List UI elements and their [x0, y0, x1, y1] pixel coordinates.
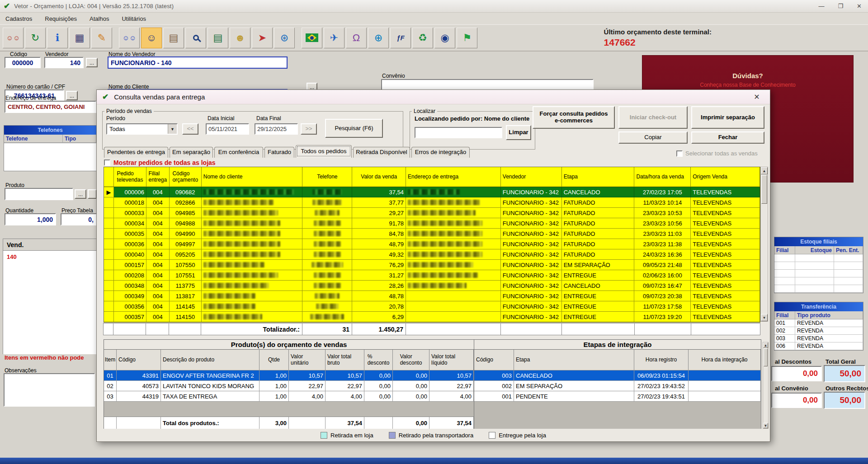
search-icon[interactable]	[185, 28, 206, 48]
endereco-field[interactable]: CENTRO, CENTRO, GOIANI	[5, 101, 96, 113]
quantidade-field[interactable]: 1,000	[5, 213, 56, 225]
iniciar-checkout-button[interactable]: Iniciar check-out	[618, 106, 688, 129]
sales-row-000040[interactable]: 00004000409520549,32FUNCIONARIO - 342FAT…	[104, 249, 760, 260]
produto-lookup-button[interactable]: ...	[75, 189, 86, 199]
info-icon[interactable]: ℹ	[47, 28, 68, 48]
minimize-button[interactable]: —	[818, 3, 824, 9]
mostrar-checkbox[interactable]	[104, 159, 110, 166]
tab-pendentes-de-entrega[interactable]: Pendentes de entrega	[104, 147, 168, 158]
imprimir-separacao-button[interactable]: Imprimir separação	[691, 106, 764, 129]
notes-icon[interactable]: ▤	[208, 28, 228, 48]
sales-row-000006[interactable]: ▶00000600409068237,54FUNCIONARIO - 342CA…	[104, 187, 760, 197]
flag-icon[interactable]: ⚑	[457, 28, 477, 48]
transferencia-row[interactable]: 001REVENDA	[774, 319, 863, 327]
periodo-select[interactable]: Todas ▼	[106, 123, 178, 135]
bottom-scrollbar[interactable]: ▲ ▼	[763, 342, 769, 429]
chevron-down-icon[interactable]: ▼	[168, 124, 177, 134]
sales-row-000349[interactable]: 00034900411381748,78FUNCIONARIO - 342ENT…	[104, 291, 760, 301]
sales-row-000357[interactable]: 0003570041141506,29FUNCIONARIO - 342ENTR…	[104, 312, 760, 322]
produto-row-44319[interactable]: 0344319TAXA DE ENTREGA1,004,004,000,000,…	[104, 391, 474, 402]
scroll-up-icon[interactable]: ▲	[761, 167, 768, 174]
localizar-input[interactable]	[415, 127, 502, 138]
produto-extra-button[interactable]	[88, 189, 97, 199]
convenio-field[interactable]	[381, 79, 594, 90]
sales-row-000157[interactable]: 00015700410755076,29FUNCIONARIO - 342EM …	[104, 260, 760, 270]
tab-faturado[interactable]: Faturado	[264, 147, 294, 158]
ball-icon[interactable]: ◉	[434, 28, 455, 48]
data-final-field[interactable]: 29/12/2025	[255, 123, 298, 135]
contacts-icon[interactable]: ☺☺	[3, 28, 24, 48]
edit-icon[interactable]: ✎	[91, 28, 112, 48]
data-inicial-field[interactable]: 05/11/2021	[206, 123, 249, 135]
brazil-flag-icon[interactable]	[302, 28, 322, 48]
next-period-button[interactable]: >>	[301, 123, 317, 135]
close-button[interactable]: ✕	[857, 3, 862, 9]
prev-period-button[interactable]: <<	[182, 123, 198, 135]
preco-tabela-field[interactable]: 0,	[61, 213, 97, 225]
redacted-text	[203, 304, 255, 309]
integration-icon[interactable]: Ω	[346, 28, 367, 48]
sales-row-000348[interactable]: 00034800411377528,26FUNCIONARIO - 342CAN…	[104, 281, 760, 291]
selecionar-todas-checkbox[interactable]	[676, 150, 683, 157]
etapa-row-003[interactable]: 003CANCELADO06/09/23 01:15:54	[474, 370, 761, 381]
observacoes-field[interactable]	[4, 373, 95, 407]
sales-row-000033[interactable]: 00003300409498529,27FUNCIONARIO - 342FAT…	[104, 208, 760, 218]
pesquisar-button[interactable]: Pesquisar (F6)	[325, 119, 383, 138]
user-icon[interactable]: ☻	[230, 28, 250, 48]
tab-erros-de-integracao[interactable]: Erros de integração	[411, 147, 470, 158]
produto-row-43391[interactable]: 0143391ENGOV AFTER TANGERINA FR 21,0010,…	[104, 370, 474, 381]
add-icon[interactable]: ⊕	[368, 28, 389, 48]
scroll-down-icon[interactable]: ▼	[763, 423, 768, 428]
recycle-icon[interactable]: ♻	[412, 28, 433, 48]
limpar-button[interactable]: Limpar	[506, 125, 531, 140]
delivery-icon[interactable]: ➤	[252, 28, 273, 48]
scroll-down-icon[interactable]: ▼	[761, 314, 768, 321]
dialog-close-icon[interactable]: ✕	[749, 93, 764, 101]
maximize-button[interactable]: ❐	[838, 3, 843, 9]
menu-requisicoes[interactable]: Requisições	[45, 15, 77, 22]
taskbar[interactable]	[0, 458, 868, 464]
vendedor-field[interactable]: 140	[44, 57, 84, 68]
copy-documents-icon[interactable]: ▤	[163, 28, 184, 48]
transferencia-row[interactable]: 003REVENDA	[774, 335, 863, 342]
menu-utilitarios[interactable]: Utilitários	[122, 15, 146, 22]
menu-cadastros[interactable]: Cadastros	[5, 15, 32, 22]
vendedor-lookup-button[interactable]: ...	[86, 58, 98, 67]
tab-todos-os-pedidos[interactable]: Todos os pedidos	[296, 145, 352, 158]
tab-em-separacao[interactable]: Em separação	[170, 147, 213, 158]
save-icon[interactable]: ▦	[69, 28, 90, 48]
scroll-up-icon[interactable]: ▲	[763, 342, 768, 348]
produto-row-40573[interactable]: 0240573LAVITAN TONICO KIDS MORANG1,0022,…	[104, 381, 474, 391]
produto-field[interactable]	[5, 188, 73, 200]
sales-row-000208[interactable]: 00020800410755131,27FUNCIONARIO - 342ENT…	[104, 270, 760, 281]
forcar-consulta-button[interactable]: Forçar consulta pedidos e-commerces	[533, 106, 615, 129]
scroll-thumb[interactable]	[761, 175, 767, 204]
etapa-row-002[interactable]: 002EM SEPARAÇÃO27/02/23 19:43:52	[474, 381, 761, 391]
sales-row-000018[interactable]: 00001800409286637,77FUNCIONARIO - 342FAT…	[104, 197, 760, 208]
cpf-lookup-button[interactable]: ...	[66, 91, 78, 100]
sales-row-000036[interactable]: 00003600409499748,79FUNCIONARIO - 342FAT…	[104, 239, 760, 249]
search-sales-icon[interactable]: ☺	[141, 28, 162, 48]
transferencia-row[interactable]: 002REVENDA	[774, 327, 863, 335]
fechar-button[interactable]: Fechar	[691, 131, 764, 144]
clients-icon[interactable]: ☺☺	[119, 28, 140, 48]
sales-row-000035[interactable]: 00003500409499084,78FUNCIONARIO - 342FAT…	[104, 229, 760, 239]
web-icon[interactable]: ⊛	[274, 28, 295, 48]
codigo-field[interactable]: 000000	[5, 57, 41, 68]
nome-vendedor-field[interactable]: FUNCIONARIO - 140	[108, 56, 288, 69]
scroll-thumb[interactable]	[764, 348, 768, 366]
menu-atalhos[interactable]: Atalhos	[90, 15, 109, 22]
lf-icon[interactable]: ƒF	[390, 28, 411, 48]
transferencia-row[interactable]: 006REVENDA	[774, 342, 863, 350]
plane-icon[interactable]: ✈	[324, 28, 344, 48]
grid-scrollbar[interactable]: ▲ ▼	[760, 167, 768, 322]
redacted-text	[203, 272, 278, 278]
cell: 37,54	[429, 417, 474, 429]
etapa-row-001[interactable]: 001PENDENTE27/02/23 19:43:51	[474, 391, 761, 402]
refresh-globe-icon[interactable]: ↻	[25, 28, 46, 48]
tab-retirada-disponivel[interactable]: Retirada Disponível	[353, 147, 410, 158]
sales-row-000034[interactable]: 00003400409498891,78FUNCIONARIO - 342FAT…	[104, 218, 760, 229]
copiar-button[interactable]: Copiar	[618, 131, 688, 144]
sales-row-000356[interactable]: 00035600411414520,78FUNCIONARIO - 342ENT…	[104, 301, 760, 312]
tab-em-conferencia[interactable]: Em conferência	[214, 147, 263, 158]
